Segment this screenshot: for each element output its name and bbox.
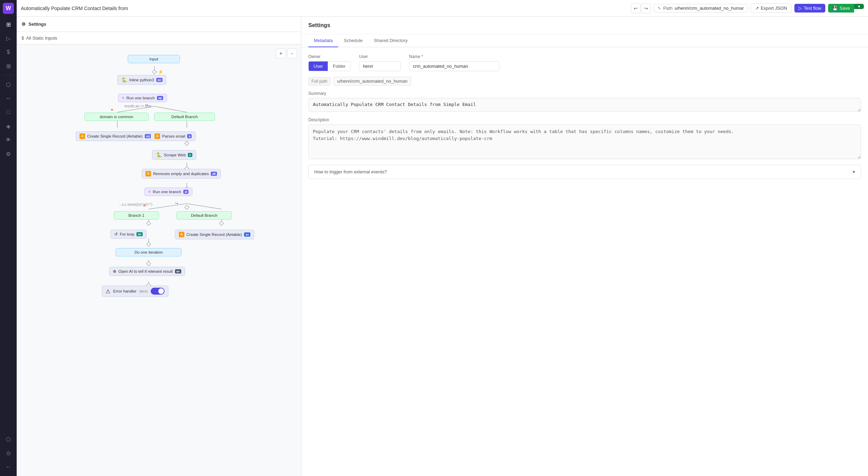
node-default-branch-1[interactable]: Default Branch	[154, 113, 215, 121]
save-label: Save	[840, 6, 850, 11]
default-branch-1-label: Default Branch	[171, 115, 198, 119]
create-single-2-badge: an	[244, 232, 251, 237]
name-label: Name *	[409, 54, 499, 59]
description-label: Description	[308, 117, 861, 122]
sidebar-item-teams[interactable]: ⬡	[2, 433, 15, 445]
settings-icon: ⚙	[22, 22, 26, 27]
user-label: User	[359, 54, 401, 59]
zoom-out-button[interactable]: -	[287, 49, 297, 58]
svg-marker-19	[185, 141, 189, 146]
tab-schedule[interactable]: Schedule	[338, 34, 368, 47]
node-do-iteration[interactable]: Do one iteration	[116, 248, 182, 256]
node-open-ai[interactable]: ⊕ Open AI to tell if relevant result ae	[109, 267, 185, 276]
description-field-group: Description Populate your CRM contacts' …	[308, 117, 861, 159]
sidebar-item-settings[interactable]: ⚙	[2, 148, 15, 160]
save-dropdown-button[interactable]: ▾	[854, 4, 864, 9]
error-handler-toggle[interactable]	[151, 288, 165, 295]
save-group: 💾 Save ▾	[828, 4, 864, 13]
node-for-loop[interactable]: ↺ For loop ac	[110, 230, 147, 239]
tab-shared-directory[interactable]: Shared Directory	[368, 34, 413, 47]
trigger-section[interactable]: How to trigger from external events? ▾	[308, 165, 861, 179]
create-single-1-badge: aq	[145, 134, 151, 138]
branch-icon: ⑂	[122, 96, 124, 100]
owner-toggle: User Folder	[308, 61, 351, 71]
owner-field-group: Owner User Folder	[308, 54, 351, 71]
summary-input[interactable]: Automatically Populate CRM Contact Detai…	[308, 98, 861, 112]
sidebar-item-grid[interactable]: ⊞	[2, 60, 15, 72]
owner-user-name-row: Owner User Folder User Name *	[308, 54, 861, 71]
settings-panel: Settings Metadata Schedule Shared Direct…	[301, 17, 868, 476]
node-run-one-branch-1[interactable]: ⑂ Run one branch ap	[118, 94, 167, 102]
tab-metadata[interactable]: Metadata	[308, 34, 338, 47]
sidebar-item-collapse[interactable]: ←	[2, 461, 15, 473]
full-path-row: Full path u/henri/crm_automated_no_human	[308, 77, 861, 85]
name-input[interactable]	[409, 61, 499, 71]
description-input[interactable]: Populate your CRM contacts' details from…	[308, 124, 861, 159]
sidebar-item-resources[interactable]: ◈	[2, 120, 15, 132]
sidebar-item-flows[interactable]: ↔	[2, 92, 15, 105]
path-input[interactable]	[675, 6, 744, 11]
sidebar-item-home[interactable]: ⊞	[2, 18, 15, 31]
node-domain-common[interactable]: domain is common	[84, 113, 149, 121]
node-parses-email[interactable]: A Parses email a	[151, 131, 195, 141]
owner-user-toggle[interactable]: User	[309, 61, 328, 71]
owner-folder-toggle[interactable]: Folder	[328, 61, 350, 71]
sidebar-item-dashboard[interactable]: ⬡	[2, 78, 15, 91]
node-create-single-1[interactable]: A Create Single Record (Airtable) aq	[76, 131, 155, 141]
do-iteration-label: Do one iteration	[134, 250, 162, 254]
node-default-branch-2[interactable]: Default Branch	[176, 211, 232, 220]
node-inline-python[interactable]: 🐍 Inline python3 ao	[117, 75, 166, 85]
node-input[interactable]: Input	[128, 55, 180, 63]
svg-line-11	[187, 204, 222, 209]
sidebar-item-dollar[interactable]: $	[2, 46, 15, 58]
node-run-one-branch-2[interactable]: ⑂ Run one branch al	[144, 188, 192, 196]
test-flow-button[interactable]: ▷ Test flow	[794, 4, 826, 13]
save-button[interactable]: 💾 Save	[828, 4, 854, 13]
scrape-web-badge: c	[188, 153, 192, 157]
inline-python-badge: ao	[156, 78, 163, 82]
input-label: Input	[149, 57, 158, 61]
path-input-group: ✎ Path	[654, 4, 748, 13]
trigger-label: How to trigger from external events?	[314, 169, 387, 174]
path-icon: ✎	[658, 6, 661, 11]
loop-icon-1: ↪	[145, 103, 148, 107]
settings-panel-title: Settings	[301, 17, 868, 34]
owner-label: Owner	[308, 54, 351, 59]
domain-common-label: domain is common	[100, 115, 133, 119]
play-icon: ▷	[799, 6, 802, 11]
python-icon: 🐍	[121, 77, 127, 83]
flow-canvas[interactable]: + -	[17, 44, 301, 476]
content-area: ⚙ Settings $ All Static Inputs + -	[17, 17, 868, 476]
flow-settings-label: Settings	[28, 22, 46, 27]
flow-settings-header: ⚙ Settings	[17, 17, 301, 32]
user-input[interactable]	[359, 61, 401, 71]
python-icon-2: 🐍	[156, 152, 162, 158]
node-scrape-web[interactable]: 🐍 Scrape Web c	[152, 150, 196, 160]
flow-static-bar[interactable]: $ All Static Inputs	[17, 32, 301, 44]
node-removes-empty[interactable]: A Removes empty and duplicates ak	[142, 169, 221, 179]
svg-marker-22	[185, 205, 189, 210]
branch-condition-2: ...s.c.some((x)=>x!='')	[119, 203, 152, 206]
node-create-single-2[interactable]: A Create Single Record (Airtable) an	[175, 230, 254, 239]
zoom-in-button[interactable]: +	[276, 49, 286, 58]
redo-button[interactable]: ↪	[641, 3, 651, 13]
export-json-button[interactable]: ↗ Export JSON	[751, 3, 792, 13]
topbar: Automatically Populate CRM Contact Detai…	[17, 0, 868, 17]
run-branch-2-label: Run one branch	[153, 190, 181, 194]
create-single-1-label: Create Single Record (Airtable)	[87, 134, 143, 138]
for-loop-badge: ac	[136, 232, 143, 236]
run-branch-2-badge: al	[183, 190, 189, 194]
export-icon: ↗	[755, 6, 759, 11]
test-flow-label: Test flow	[804, 6, 821, 11]
full-path-value: u/henri/crm_automated_no_human	[333, 77, 411, 85]
sidebar-item-github[interactable]: ⊙	[2, 447, 15, 459]
node-error-handler[interactable]: ⚠ Error handler deno	[102, 286, 168, 297]
loop-icon-2: ↪	[175, 201, 178, 206]
node-branch-1[interactable]: Branch 1	[114, 211, 159, 220]
static-inputs-label: All Static Inputs	[26, 35, 57, 41]
sidebar-item-apps[interactable]: □	[2, 106, 15, 118]
sidebar-item-play[interactable]: ▷	[2, 32, 15, 44]
airtable-icon-2: A	[155, 133, 160, 139]
sidebar-item-audit[interactable]: 👁	[2, 134, 15, 146]
undo-button[interactable]: ↩	[631, 3, 641, 13]
